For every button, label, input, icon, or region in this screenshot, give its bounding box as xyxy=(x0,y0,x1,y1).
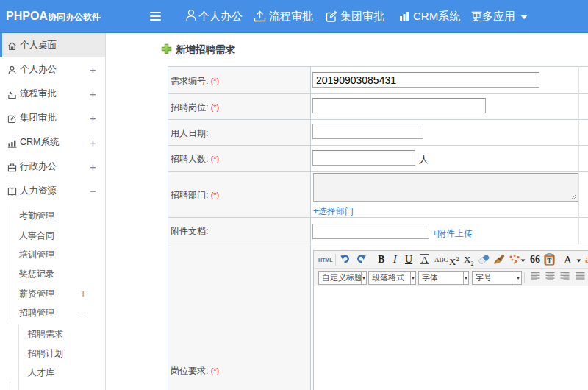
svg-text:T: T xyxy=(547,258,552,265)
